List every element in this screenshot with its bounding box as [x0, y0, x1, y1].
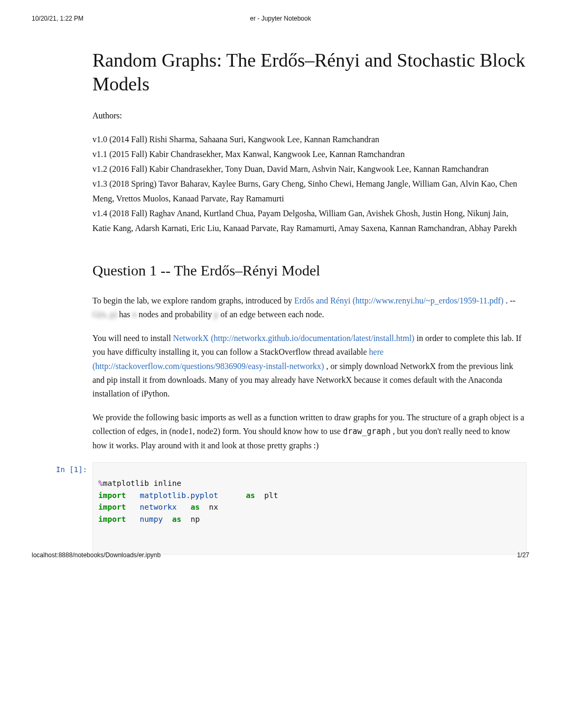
- link-erdos-renyi[interactable]: Erdős and Rényi (http://www.renyi.hu/~p_…: [294, 296, 503, 305]
- kw-import: import: [98, 515, 126, 523]
- code-text: matplotlib inline: [103, 479, 181, 487]
- text: nodes and probability: [139, 310, 214, 319]
- link-networkx-install[interactable]: NetworkX (http://networkx.github.io/docu…: [173, 334, 415, 343]
- text: To begin the lab, we explore random grap…: [92, 296, 294, 305]
- print-header: 10/20/21, 1:22 PM er - Jupyter Notebook: [32, 15, 529, 22]
- text: . --: [506, 296, 516, 305]
- code-cell[interactable]: %matplotlib inline import matplotlib.pyp…: [92, 462, 527, 555]
- module-name: matplotlib.pyplot: [140, 491, 218, 500]
- kw-import: import: [98, 491, 126, 500]
- blurred-var-n: n: [133, 310, 137, 319]
- q1-paragraph-2: You will need to install NetworkX (http:…: [92, 331, 527, 401]
- input-prompt: In [1]:: [40, 462, 92, 474]
- kw-as: as: [191, 503, 200, 511]
- text: You will need to install: [92, 334, 173, 343]
- authors-versions: v1.0 (2014 Fall) Rishi Sharma, Sahaana S…: [92, 132, 527, 236]
- module-name: networkx: [140, 503, 177, 511]
- op-percent: %: [98, 479, 103, 487]
- kw-import: import: [98, 503, 126, 511]
- module-name: numpy: [140, 515, 163, 523]
- kw-as: as: [246, 491, 255, 500]
- kw-as: as: [172, 515, 181, 523]
- blurred-var-p: p: [214, 310, 218, 319]
- header-title: er - Jupyter Notebook: [250, 15, 311, 22]
- text: of an edge between each node.: [220, 310, 324, 319]
- blurred-formula: G(n, p): [92, 310, 117, 319]
- print-footer: localhost:8888/notebooks/Downloads/er.ip…: [32, 551, 529, 559]
- text: has: [119, 310, 132, 319]
- authors-label: Authors:: [92, 111, 527, 121]
- footer-page-number: 1/27: [517, 551, 529, 559]
- page-title: Random Graphs: The Erdős–Rényi and Stoch…: [92, 49, 527, 96]
- q1-paragraph-1: To begin the lab, we explore random grap…: [92, 294, 527, 322]
- alias: np: [191, 515, 200, 523]
- alias: plt: [264, 491, 278, 500]
- code-fade-overlay: [410, 463, 526, 554]
- section-heading-q1: Question 1 -- The Erdős–Rényi Model: [92, 262, 527, 279]
- inline-code-drawgraph: draw_graph: [343, 427, 390, 436]
- q1-paragraph-3: We provide the following basic imports a…: [92, 411, 527, 453]
- alias: nx: [209, 503, 218, 511]
- header-timestamp: 10/20/21, 1:22 PM: [32, 15, 83, 22]
- footer-url: localhost:8888/notebooks/Downloads/er.ip…: [32, 551, 161, 559]
